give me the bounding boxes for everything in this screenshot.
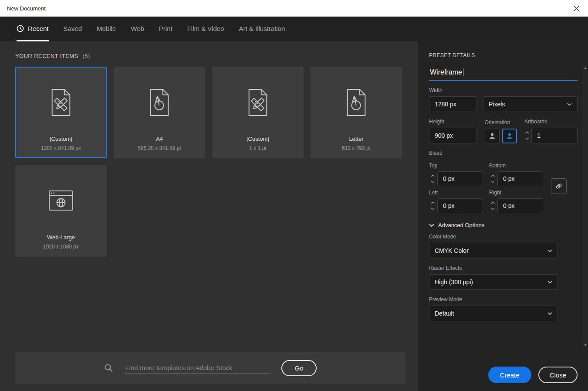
step-down-button[interactable] [489,180,496,184]
preset-card-grid: [Custom] 1280 x 841.89 px A4 595.28 x 84… [15,67,409,257]
preset-card[interactable]: [Custom] 1280 x 841.89 px [15,67,107,158]
preview-mode-label: Preview Mode [429,296,578,303]
bleed-right-label: Right [489,190,543,196]
preset-card-size: 612 x 792 pt [342,145,371,151]
tab-label: Film & Video [187,25,224,32]
preset-card[interactable]: [Custom] 1 x 1 pt [212,67,304,158]
bleed-top-label: Top [429,163,483,169]
close-button[interactable]: Close [538,367,578,383]
tab-art-illustration[interactable]: Art & Illustration [239,17,285,41]
preset-card[interactable]: Web-Large 1920 x 1080 px [15,165,107,257]
bleed-bottom-label: Bottom [489,163,543,169]
web-preset-icon [47,169,75,233]
step-down-button[interactable] [489,207,496,211]
tab-label: Web [131,25,144,32]
tab-film-video[interactable]: Film & Video [187,17,224,41]
step-up-button[interactable] [524,130,530,135]
recent-items-heading: YOUR RECENT ITEMS (5) [15,53,418,59]
advanced-options-label: Advanced Options [438,222,484,228]
width-input[interactable] [429,96,477,112]
bleed-label: Bleed [429,150,578,156]
artboards-stepper [524,130,530,141]
preset-card-size: 1 x 1 pt [249,145,266,151]
bleed-bottom-input[interactable] [497,171,543,186]
stock-go-button[interactable]: Go [281,360,316,376]
preview-mode-dropdown[interactable]: Default [429,306,558,321]
color-mode-label: Color Mode [429,234,578,240]
tab-recent[interactable]: Recent [17,17,49,41]
step-up-button[interactable] [489,201,496,205]
step-down-button[interactable] [429,180,436,184]
tab-mobile[interactable]: Mobile [97,17,116,41]
units-dropdown[interactable]: Pixels [483,96,578,112]
step-down-button[interactable] [429,207,436,211]
step-up-button[interactable] [429,201,436,205]
chevron-down-icon [547,312,552,315]
preset-card-name: [Custom] [50,136,72,142]
recent-items-section: YOUR RECENT ITEMS (5) [Custom] 1280 x 84… [0,41,418,391]
window-title: New Document [7,5,46,12]
window-titlebar: New Document [0,0,588,17]
preset-details-heading: PRESET DETAILS [429,52,578,58]
tab-print[interactable]: Print [159,17,172,41]
scroll-up-button[interactable] [584,65,587,71]
color-mode-dropdown[interactable]: CMYK Color [429,243,558,258]
bleed-bottom-stepper [489,173,496,184]
tab-label: Mobile [97,25,116,32]
preset-card-name: Letter [349,136,363,142]
height-label: Height [429,119,477,125]
preset-card[interactable]: Letter 612 x 792 pt [311,67,402,158]
advanced-options-toggle[interactable]: Advanced Options [429,222,578,228]
bleed-left-input[interactable] [437,198,483,213]
link-icon [555,182,563,190]
create-button[interactable]: Create [488,367,531,383]
color-mode-value: CMYK Color [435,247,469,254]
recent-items-heading-text: YOUR RECENT ITEMS [15,53,78,59]
step-down-button[interactable] [524,136,530,141]
stock-search-input[interactable] [124,362,270,374]
window-close-button[interactable] [572,4,581,13]
tab-saved[interactable]: Saved [64,17,82,41]
scroll-down-button[interactable] [584,343,587,348]
height-input[interactable] [429,128,477,143]
bleed-right-stepper [489,201,496,211]
bleed-right-input[interactable] [497,198,543,213]
chevron-up-icon [491,201,495,204]
orientation-label: Orientation [485,119,517,126]
close-icon [574,6,579,11]
document-name-input[interactable]: Wireframe [429,66,578,81]
text-caret [463,68,463,76]
tab-web[interactable]: Web [131,17,144,41]
chevron-down-icon [431,207,435,210]
raster-effects-dropdown[interactable]: High (300 ppi) [429,274,558,290]
preset-card-name: [Custom] [247,136,269,142]
category-tabbar: Recent Saved Mobile Web Print Film & Vid… [0,17,588,41]
bleed-left-stepper [429,201,436,211]
orientation-landscape-button[interactable] [502,129,517,143]
bleed-left-label: Left [429,190,483,196]
custom-preset-icon [47,70,74,135]
panel-scrollbar[interactable] [582,65,588,348]
artboards-input[interactable] [531,128,578,143]
units-value: Pixels [489,101,505,108]
orientation-portrait-button[interactable] [485,129,500,143]
width-row: Width Pixels [429,81,578,112]
tab-label: Recent [28,25,49,32]
chevron-down-icon [491,180,495,183]
chevron-up-icon [431,174,435,177]
raster-effects-value: High (300 ppi) [435,279,473,286]
preview-mode-value: Default [435,310,454,317]
preset-card-size: 1920 x 1080 px [43,244,79,250]
step-up-button[interactable] [429,173,436,178]
scroll-down-icon [584,344,587,347]
bleed-top-input[interactable] [437,171,483,186]
step-up-button[interactable] [489,173,496,178]
preset-card-name: Web-Large [47,234,75,241]
preset-card[interactable]: A4 595.28 x 841.89 pt [114,67,205,158]
print-preset-icon [146,70,173,135]
bleed-section: Top Bottom [429,159,578,213]
chevron-down-icon [491,207,495,210]
custom-preset-icon [244,70,271,135]
clock-icon [17,25,24,32]
bleed-link-button[interactable] [551,178,567,194]
